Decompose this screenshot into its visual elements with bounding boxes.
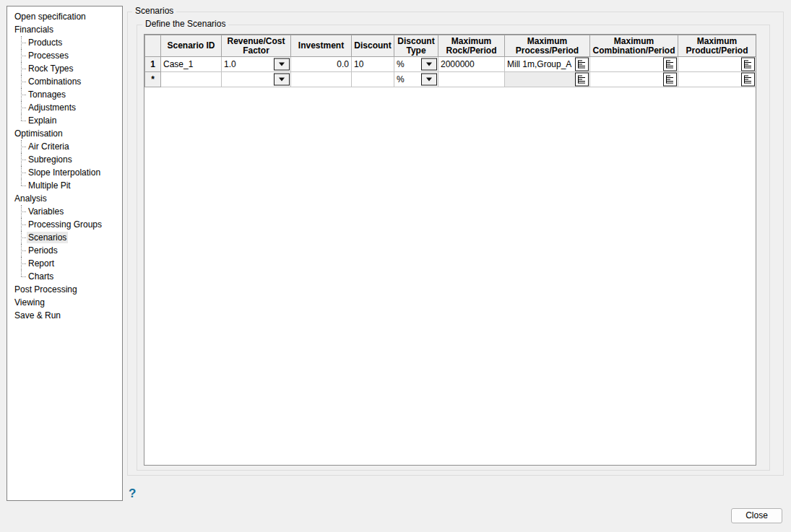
tree-item-label: Processing Groups (27, 219, 103, 230)
cell-discount[interactable] (352, 72, 394, 87)
col-header-discount-type[interactable]: Discount Type (394, 35, 438, 57)
col-header-revenue-cost-factor[interactable]: Revenue/Cost Factor (222, 35, 291, 57)
tree-item-label: Open specification (13, 11, 87, 22)
cell-scenario-id[interactable]: Case_1 (161, 57, 222, 72)
tree-item-variables[interactable]: Variables (7, 205, 122, 218)
cell-investment[interactable]: 0.0 (291, 57, 352, 72)
col-header-maximum-product-period[interactable]: Maximum Product/Period (678, 35, 756, 57)
cell-editor-button[interactable] (575, 73, 589, 87)
tree-item-open-specification[interactable]: Open specification (7, 10, 122, 23)
cell-discount-type[interactable]: % (394, 57, 438, 72)
text-lines-icon (665, 60, 675, 69)
tree-item-viewing[interactable]: Viewing (7, 296, 122, 309)
tree-item-air-criteria[interactable]: Air Criteria (7, 140, 122, 153)
cell-revenue-cost-factor[interactable] (222, 72, 291, 87)
tree-item-financials[interactable]: Financials (7, 23, 122, 36)
tree-item-multiple-pit[interactable]: Multiple Pit (7, 179, 122, 192)
cell-editor-button[interactable] (663, 58, 677, 71)
text-lines-icon (743, 75, 753, 84)
tree-item-label: Viewing (13, 297, 46, 308)
text-lines-icon (577, 60, 587, 69)
cell-editor-button[interactable] (663, 73, 677, 87)
tree-item-label: Rock Types (27, 63, 74, 74)
tree-item-products[interactable]: Products (7, 36, 122, 49)
dropdown-button[interactable] (274, 74, 290, 86)
corner-header-cell (145, 35, 161, 57)
scenarios-groupbox: Scenarios Define the Scenarios Scenario … (127, 12, 784, 476)
tree-item-explain[interactable]: Explain (7, 114, 122, 127)
tree-item-processing-groups[interactable]: Processing Groups (7, 218, 122, 231)
tree-item-label: Report (27, 258, 56, 269)
tree-item-subregions[interactable]: Subregions (7, 153, 122, 166)
tree-item-label: Adjustments (27, 102, 77, 113)
scenarios-table: Scenario ID Revenue/Cost Factor Investme… (144, 35, 756, 87)
row-header-1[interactable]: 1 (145, 57, 161, 72)
tree-item-processes[interactable]: Processes (7, 49, 122, 62)
cell-editor-button[interactable] (575, 58, 589, 71)
cell-maximum-product-period[interactable] (678, 72, 756, 87)
tree-item-analysis[interactable]: Analysis (7, 192, 122, 205)
cell-maximum-combination-period[interactable] (590, 57, 678, 72)
scenarios-groupbox-label: Scenarios (132, 6, 176, 17)
col-header-maximum-process-period[interactable]: Maximum Process/Period (505, 35, 590, 57)
chevron-down-icon (426, 63, 432, 66)
cell-investment[interactable] (291, 72, 352, 87)
tree-item-save-and-run[interactable]: Save & Run (7, 309, 122, 322)
cell-editor-button[interactable] (741, 73, 755, 87)
col-header-discount[interactable]: Discount (352, 35, 394, 57)
tree-item-label: Save & Run (13, 310, 62, 321)
col-header-maximum-rock-period[interactable]: Maximum Rock/Period (438, 35, 505, 57)
col-header-investment[interactable]: Investment (291, 35, 352, 57)
tree-item-combinations[interactable]: Combinations (7, 75, 122, 88)
cell-scenario-id[interactable] (161, 72, 222, 87)
cell-maximum-product-period[interactable] (678, 57, 756, 72)
text-lines-icon (665, 75, 675, 84)
col-header-maximum-combination-period[interactable]: Maximum Combination/Period (590, 35, 678, 57)
tree-item-label: Optimisation (13, 128, 64, 139)
cell-maximum-rock-period[interactable] (438, 72, 505, 87)
tree-item-label: Combinations (27, 76, 82, 87)
cell-discount[interactable]: 10 (352, 57, 394, 72)
tree-item-label: Charts (27, 271, 55, 282)
close-button[interactable]: Close (731, 508, 782, 523)
tree-item-label: Explain (27, 115, 58, 126)
tree-item-label: Analysis (13, 193, 48, 204)
help-icon[interactable]: ? (129, 487, 136, 501)
tree-item-optimisation[interactable]: Optimisation (7, 127, 122, 140)
dropdown-button[interactable] (421, 58, 437, 71)
cell-maximum-process-period[interactable]: Mill 1m,Group_A (505, 57, 590, 72)
tree-item-label: Periods (27, 245, 59, 256)
row-header-new[interactable]: * (145, 72, 161, 87)
cell-maximum-combination-period[interactable] (590, 72, 678, 87)
tree-item-label: Processes (27, 50, 70, 61)
dropdown-button[interactable] (274, 58, 290, 71)
cell-value: % (397, 59, 405, 69)
tree-item-label: Products (27, 37, 64, 48)
cell-editor-button[interactable] (741, 58, 755, 71)
cell-revenue-cost-factor[interactable]: 1.0 (222, 57, 291, 72)
tree-item-scenarios[interactable]: Scenarios (7, 231, 122, 244)
tree-item-report[interactable]: Report (7, 257, 122, 270)
tree-item-rock-types[interactable]: Rock Types (7, 62, 122, 75)
table-new-row: * % (145, 72, 756, 87)
cell-discount-type[interactable]: % (394, 72, 438, 87)
tree-item-charts[interactable]: Charts (7, 270, 122, 283)
cell-maximum-rock-period[interactable]: 2000000 (438, 57, 505, 72)
text-lines-icon (577, 75, 587, 84)
tree-item-label: Multiple Pit (27, 180, 72, 191)
col-header-scenario-id[interactable]: Scenario ID (161, 35, 222, 57)
tree-item-slope-interpolation[interactable]: Slope Interpolation (7, 166, 122, 179)
define-scenarios-groupbox-label: Define the Scenarios (142, 19, 228, 30)
tree-item-label: Slope Interpolation (27, 167, 102, 178)
cell-maximum-process-period[interactable] (505, 72, 590, 87)
tree-item-label: Variables (27, 206, 65, 217)
tree-item-tonnages[interactable]: Tonnages (7, 88, 122, 101)
tree-item-post-processing[interactable]: Post Processing (7, 283, 122, 296)
tree-item-adjustments[interactable]: Adjustments (7, 101, 122, 114)
cell-value: % (397, 74, 405, 84)
define-scenarios-groupbox: Define the Scenarios Scenario ID Revenue… (137, 25, 770, 471)
chevron-down-icon (279, 63, 285, 66)
cell-value: Mill 1m,Group_A (507, 59, 571, 69)
dropdown-button[interactable] (421, 74, 437, 86)
tree-item-periods[interactable]: Periods (7, 244, 122, 257)
